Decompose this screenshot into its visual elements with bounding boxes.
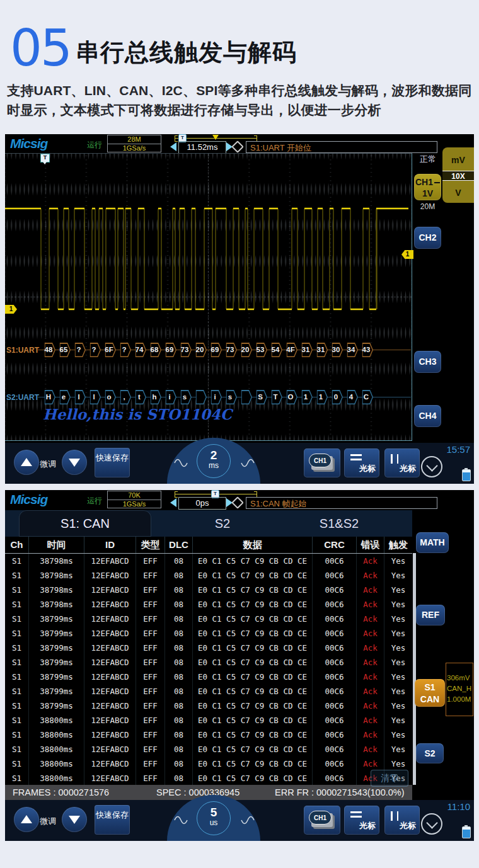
timebase-position-bar[interactable]: T xyxy=(175,491,257,497)
clear-ghost-button[interactable]: 清零 xyxy=(371,770,408,787)
trigger-info[interactable]: S1:CAN 帧起始 xyxy=(246,497,437,509)
ch4-button[interactable]: CH4 xyxy=(414,405,441,427)
quick-save-button[interactable]: 快速保存 xyxy=(95,448,130,477)
cell-id: 12EFABCD xyxy=(84,641,136,655)
decode-token: C xyxy=(359,390,373,404)
h-cursor-icon xyxy=(350,811,362,820)
uart-decode-row-ascii[interactable]: S2:UART Hello,thisisSTO1104C xyxy=(5,390,412,405)
collapse-menu-button[interactable] xyxy=(421,813,442,835)
channel-select-button[interactable]: CH1 xyxy=(304,448,340,477)
table-row[interactable]: S138799ms12EFABCDEFF08E0 C1 C5 C7 C9 CB … xyxy=(5,612,412,626)
table-row[interactable]: S138799ms12EFABCDEFF08E0 C1 C5 C7 C9 CB … xyxy=(5,684,412,699)
trigger-point-flag[interactable]: T xyxy=(40,154,50,163)
unit-mv[interactable]: mV xyxy=(442,155,474,165)
cell-ch: S1 xyxy=(5,655,29,670)
time-offset-value[interactable]: 0ps xyxy=(178,497,226,510)
cell-data: E0 C1 C5 C7 C9 CB CD CE xyxy=(193,713,313,728)
ch1-label: CH1 xyxy=(415,177,433,187)
table-row[interactable]: S138800ms12EFABCDEFF08E0 C1 C5 C7 C9 CB … xyxy=(5,771,412,785)
sine-right-icon[interactable] xyxy=(240,457,255,469)
ch2-button[interactable]: CH2 xyxy=(414,227,441,249)
table-row[interactable]: S138800ms12EFABCDEFF08E0 C1 C5 C7 C9 CB … xyxy=(5,742,412,757)
table-row[interactable]: S138799ms12EFABCDEFF08E0 C1 C5 C7 C9 CB … xyxy=(5,641,412,655)
cell-data: E0 C1 C5 C7 C9 CB CD CE xyxy=(193,684,313,699)
v-cursor-button[interactable]: 光标 xyxy=(384,448,420,477)
fine-down-button[interactable] xyxy=(62,450,87,475)
ch3-button[interactable]: CH3 xyxy=(414,351,441,373)
memory-samplerate-box[interactable]: 28M 1GSa/s xyxy=(107,135,161,152)
table-row[interactable]: S138799ms12EFABCDEFF08E0 C1 C5 C7 C9 CB … xyxy=(5,670,412,684)
math-button[interactable]: MATH xyxy=(416,532,449,553)
can-table-body: S138798ms12EFABCDEFF08E0 C1 C5 C7 C9 CB … xyxy=(5,553,412,785)
column-header: ID xyxy=(84,537,136,553)
s2-button[interactable]: S2 xyxy=(416,743,444,763)
cell-ch: S1 xyxy=(5,713,29,728)
cell-dlc: 08 xyxy=(165,728,193,742)
s1-can-button[interactable]: S1 CAN xyxy=(415,679,445,707)
cell-data: E0 C1 C5 C7 C9 CB CD CE xyxy=(193,641,313,655)
timebase-knob[interactable]: 2 ms xyxy=(197,444,231,478)
time-left-arrow-icon[interactable] xyxy=(170,142,176,151)
decode-tabs-bar: S1: CAN S2 S1&S2 xyxy=(5,510,412,537)
chevron-down-icon xyxy=(426,817,437,828)
vertical-scale-panel[interactable]: mV 10X V xyxy=(442,147,474,203)
h-cursor-button[interactable]: 光标 xyxy=(344,448,379,477)
cell-time: 38798ms xyxy=(29,554,84,568)
oscilloscope-screenshot-uart: Micsig 运行 28M 1GSa/s T 11.52ms S1:UART 开… xyxy=(5,134,474,484)
cell-data: E0 C1 C5 C7 C9 CB CD CE xyxy=(193,554,313,568)
fine-down-button[interactable] xyxy=(62,807,87,832)
table-row[interactable]: S138799ms12EFABCDEFF08E0 C1 C5 C7 C9 CB … xyxy=(5,655,412,670)
cell-ch: S1 xyxy=(5,597,29,612)
table-row[interactable]: S138798ms12EFABCDEFF08E0 C1 C5 C7 C9 CB … xyxy=(5,568,412,583)
table-row[interactable]: S138799ms12EFABCDEFF08E0 C1 C5 C7 C9 CB … xyxy=(5,699,412,713)
fine-up-button[interactable] xyxy=(14,807,39,832)
tab-s1-and-s2[interactable]: S1&S2 xyxy=(289,510,390,537)
ref-button[interactable]: REF xyxy=(416,605,445,625)
sine-left-icon[interactable] xyxy=(173,457,188,469)
decode-token: ? xyxy=(117,343,131,357)
quick-save-button[interactable]: 快速保存 xyxy=(95,805,130,835)
fine-up-button[interactable] xyxy=(14,450,39,475)
cell-data: E0 C1 C5 C7 C9 CB CD CE xyxy=(193,626,313,641)
cell-dlc: 08 xyxy=(165,757,193,771)
h-cursor-button[interactable]: 光标 xyxy=(344,806,379,835)
table-row[interactable]: S138800ms12EFABCDEFF08E0 C1 C5 C7 C9 CB … xyxy=(5,713,412,728)
can-signal-name: CAN_H xyxy=(447,685,471,692)
table-row[interactable]: S138798ms12EFABCDEFF08E0 C1 C5 C7 C9 CB … xyxy=(5,583,412,597)
cell-type: EFF xyxy=(136,626,165,641)
probe-attenuation[interactable]: 10X xyxy=(442,171,474,181)
collapse-menu-button[interactable] xyxy=(421,456,442,477)
ch1-button[interactable]: CH1 1V xyxy=(414,174,441,200)
timebase-knob[interactable]: 5 us xyxy=(197,801,231,835)
cell-crc: 00C6 xyxy=(313,728,357,742)
down-triangle-icon xyxy=(69,459,80,467)
cell-crc: 00C6 xyxy=(313,655,357,670)
cell-type: EFF xyxy=(136,728,165,742)
unit-v[interactable]: V xyxy=(442,188,474,198)
channel-select-button[interactable]: CH1 xyxy=(304,806,340,835)
table-row[interactable]: S138799ms12EFABCDEFF08E0 C1 C5 C7 C9 CB … xyxy=(5,626,412,641)
time-left-arrow-icon[interactable] xyxy=(170,498,176,507)
page-title: 串行总线触发与解码 xyxy=(76,37,297,69)
table-row[interactable]: S138800ms12EFABCDEFF08E0 C1 C5 C7 C9 CB … xyxy=(5,757,412,771)
v-cursor-button[interactable]: 光标 xyxy=(384,806,420,835)
time-offset-value[interactable]: 11.52ms xyxy=(178,141,226,154)
table-row[interactable]: S138800ms12EFABCDEFF08E0 C1 C5 C7 C9 CB … xyxy=(5,728,412,742)
timebase-position-bar[interactable]: T xyxy=(175,135,257,141)
cell-ch: S1 xyxy=(5,583,29,597)
cell-err: Ack xyxy=(357,626,384,641)
sine-right-icon[interactable] xyxy=(240,814,255,826)
memory-depth: 28M xyxy=(108,135,161,144)
cell-ch: S1 xyxy=(5,757,29,771)
table-row[interactable]: S138798ms12EFABCDEFF08E0 C1 C5 C7 C9 CB … xyxy=(5,597,412,612)
uart-decode-row-hex[interactable]: S1:UART 4865??6F?746869732069732053544F3… xyxy=(5,343,412,358)
cell-ch: S1 xyxy=(5,612,29,626)
sine-left-icon[interactable] xyxy=(173,814,188,826)
table-row[interactable]: S138798ms12EFABCDEFF08E0 C1 C5 C7 C9 CB … xyxy=(5,554,412,568)
tab-s1-can[interactable]: S1: CAN xyxy=(19,510,151,537)
memory-samplerate-box[interactable]: 70K 1GSa/s xyxy=(107,491,161,508)
cell-dlc: 08 xyxy=(165,597,193,612)
tab-s2[interactable]: S2 xyxy=(182,510,263,537)
decode-token: 1 xyxy=(299,390,313,404)
trigger-info[interactable]: S1:UART 开始位 xyxy=(246,141,437,153)
